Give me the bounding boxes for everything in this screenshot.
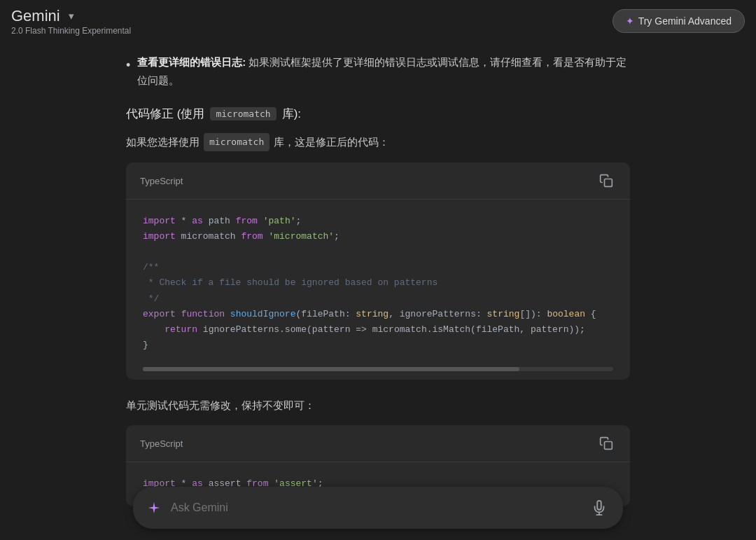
copy-icon-2 [599, 436, 613, 450]
mic-icon [592, 500, 607, 515]
mic-button[interactable] [587, 495, 612, 520]
model-subtitle: 2.0 Flash Thinking Experimental [11, 26, 131, 36]
code-lang-1: TypeScript [140, 176, 183, 186]
bottom-label: 单元测试代码无需修改，保持不变即可： [126, 396, 630, 415]
try-advanced-label: Try Gemini Advanced [638, 15, 732, 27]
bullet-text: 查看更详细的错误日志: 如果测试框架提供了更详细的错误日志或调试信息，请仔细查看… [137, 53, 630, 89]
intro-lib: micromatch [204, 133, 270, 151]
main-content: • 查看更详细的错误日志: 如果测试框架提供了更详细的错误日志或调试信息，请仔细… [0, 42, 756, 540]
intro-suffix: 库，这是修正后的代码： [274, 133, 389, 151]
code-scrollbar-thumb-1 [143, 367, 519, 371]
section-intro: 如果您选择使用 micromatch 库，这是修正后的代码： [126, 133, 630, 151]
bullet-item: • 查看更详细的错误日志: 如果测试框架提供了更详细的错误日志或调试信息，请仔细… [126, 53, 630, 89]
code-content-1: import * as path from 'path'; import mic… [126, 200, 630, 367]
gemini-title-row: Gemini ▾ [11, 7, 131, 25]
try-advanced-button[interactable]: ✦ Try Gemini Advanced [612, 9, 745, 33]
svg-rect-1 [605, 442, 612, 450]
code-scrollbar-1[interactable] [143, 367, 613, 371]
gemini-wordmark: Gemini [11, 7, 60, 25]
spark-icon: ✦ [626, 15, 634, 27]
bullet-strong: 查看更详细的错误日志: [137, 56, 246, 68]
code-lang-2: TypeScript [140, 438, 183, 449]
copy-icon-1 [599, 174, 613, 188]
section-header-lib: micromatch [210, 107, 276, 120]
intro-prefix: 如果您选择使用 [126, 133, 200, 151]
code-block-1: TypeScript import * as path from 'path';… [126, 162, 630, 380]
gemini-input-icon [144, 498, 164, 518]
copy-button-2[interactable] [596, 434, 616, 453]
logo-area: Gemini ▾ 2.0 Flash Thinking Experimental [11, 7, 131, 36]
bullet-section: • 查看更详细的错误日志: 如果测试框架提供了更详细的错误日志或调试信息，请仔细… [126, 53, 630, 89]
copy-button-1[interactable] [596, 171, 616, 191]
code-block-2-header: TypeScript [126, 425, 630, 462]
model-dropdown-icon[interactable]: ▾ [64, 9, 78, 23]
bullet-dot: • [126, 55, 130, 89]
input-bar [133, 487, 623, 529]
section-header-end: 库): [282, 106, 301, 122]
section-header: 代码修正 (使用 micromatch 库): [126, 106, 630, 122]
gemini-icon [146, 500, 162, 515]
code-block-1-header: TypeScript [126, 162, 630, 200]
code-kw: import [143, 216, 176, 226]
section-header-prefix: 代码修正 (使用 [126, 106, 204, 122]
top-bar: Gemini ▾ 2.0 Flash Thinking Experimental… [0, 0, 756, 42]
ask-gemini-input[interactable] [171, 501, 580, 514]
svg-rect-0 [605, 179, 612, 187]
